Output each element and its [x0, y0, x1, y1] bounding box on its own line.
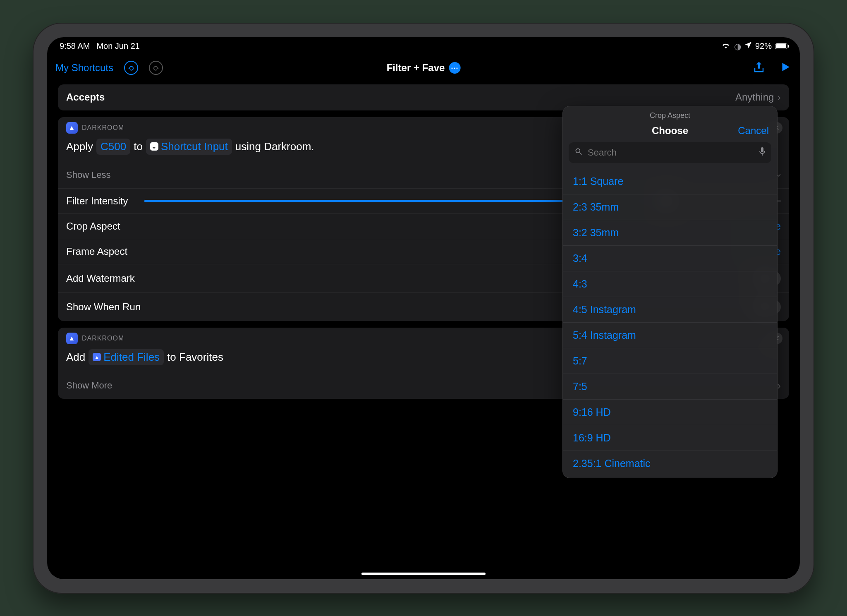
- location-icon: [744, 41, 752, 51]
- svg-rect-2: [761, 147, 763, 152]
- chevron-right-icon: ›: [777, 91, 781, 104]
- search-icon: [574, 147, 583, 158]
- accepts-label: Accepts: [66, 91, 105, 103]
- popover-title: Crop Aspect: [563, 106, 777, 122]
- option-3-4[interactable]: 3:4: [563, 246, 777, 271]
- status-time: 9:58 AM: [60, 41, 90, 51]
- accepts-value: Anything: [735, 91, 774, 103]
- search-input[interactable]: [587, 147, 755, 158]
- popover-heading: Choose: [652, 125, 688, 137]
- undo-button[interactable]: [124, 61, 138, 75]
- action-to: to: [134, 140, 143, 153]
- redo-button[interactable]: [149, 61, 163, 75]
- filter-token[interactable]: C500: [96, 139, 130, 155]
- option-9-16[interactable]: 9:16 HD: [563, 400, 777, 425]
- share-button[interactable]: [753, 61, 765, 75]
- details-button[interactable]: ⋯: [449, 62, 460, 74]
- option-5-7[interactable]: 5:7: [563, 348, 777, 374]
- action-verb: Apply: [66, 140, 93, 153]
- status-bar: 9:58 AM Mon Jun 21 ◑ 92%: [47, 37, 800, 55]
- back-button[interactable]: My Shortcuts: [55, 62, 113, 74]
- option-4-3[interactable]: 4:3: [563, 271, 777, 297]
- action-using: using Darkroom.: [235, 140, 314, 153]
- battery-icon: [775, 43, 787, 49]
- chevron-right-icon: ›: [777, 379, 781, 392]
- nav-toolbar: My Shortcuts Filter + Fave ⋯: [47, 55, 800, 80]
- battery-percent: 92%: [755, 41, 772, 51]
- ipad-frame: 9:58 AM Mon Jun 21 ◑ 92% My Shortcuts: [33, 23, 814, 594]
- cancel-button[interactable]: Cancel: [738, 125, 769, 137]
- option-7-5[interactable]: 7:5: [563, 374, 777, 400]
- option-4-5[interactable]: 4:5 Instagram: [563, 297, 777, 323]
- search-field[interactable]: [569, 142, 771, 163]
- options-list: 1:1 Square 2:3 35mm 3:2 35mm 3:4 4:3 4:5…: [563, 167, 777, 478]
- svg-point-0: [576, 149, 580, 153]
- moon-icon: ◑: [734, 41, 741, 51]
- action-verb: Add: [66, 351, 85, 364]
- microphone-icon[interactable]: [759, 147, 766, 158]
- wifi-icon: [721, 41, 731, 51]
- darkroom-app-icon: ▲: [66, 122, 78, 134]
- option-5-4[interactable]: 5:4 Instagram: [563, 323, 777, 348]
- edited-files-token[interactable]: ▲Edited Files: [89, 349, 164, 365]
- option-16-9[interactable]: 16:9 HD: [563, 425, 777, 451]
- screen: 9:58 AM Mon Jun 21 ◑ 92% My Shortcuts: [47, 37, 800, 579]
- app-name: DARKROOM: [82, 124, 124, 132]
- input-token[interactable]: ⌄Shortcut Input: [146, 139, 232, 155]
- action-target: to Favorites: [167, 351, 223, 364]
- run-button[interactable]: [779, 61, 792, 75]
- status-date: Mon Jun 21: [96, 41, 140, 51]
- crop-aspect-popover: Crop Aspect Choose Cancel 1:1 Square 2:3…: [562, 106, 778, 478]
- home-indicator[interactable]: [361, 573, 486, 575]
- option-3-2[interactable]: 3:2 35mm: [563, 220, 777, 246]
- darkroom-app-icon: ▲: [66, 333, 78, 344]
- option-1-1[interactable]: 1:1 Square: [563, 169, 777, 194]
- shortcut-title: Filter + Fave: [387, 62, 445, 74]
- option-2-3[interactable]: 2:3 35mm: [563, 194, 777, 220]
- option-cinematic[interactable]: 2.35:1 Cinematic: [563, 451, 777, 476]
- svg-line-1: [580, 152, 582, 154]
- app-name: DARKROOM: [82, 335, 124, 342]
